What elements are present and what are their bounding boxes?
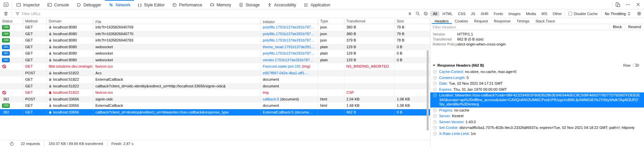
disable-cache-checkbox[interactable] [568, 12, 572, 15]
response-header-row[interactable]: ?Server: Kestrel [430, 113, 644, 119]
response-headers-section-header[interactable]: Response Headers (662 B) Raw [430, 62, 644, 68]
details-tab-cookies[interactable]: Cookies [452, 19, 471, 24]
close-devtools-button[interactable] [633, 0, 643, 9]
table-row[interactable]: GETlocalhost:51822callback?client_id=oid… [0, 83, 430, 90]
type-filter-media[interactable]: Media [523, 11, 538, 16]
column-header-type[interactable]: Type [318, 19, 344, 24]
type-filter-css[interactable]: CSS [456, 11, 468, 16]
devtools-menu-button[interactable] [623, 0, 633, 9]
table-row[interactable]: GET8bit-solutions-dev.onelogin.…favicon.… [0, 63, 430, 70]
table-row[interactable]: GETlocalhost:51822favicon.icoimgCSP [0, 89, 430, 96]
pause-recording-button[interactable] [406, 9, 414, 18]
clear-requests-button[interactable] [0, 9, 11, 18]
details-tab-timings[interactable]: Timings [514, 19, 532, 24]
table-row[interactable]: GETlocalhost:51822ExternalCallbackdocume… [0, 76, 430, 83]
header-help-icon[interactable]: ? [433, 114, 437, 118]
table-row[interactable]: 200GETlocalhost:8080info?t=1635826640783… [0, 37, 430, 44]
type-filter-images[interactable]: Images [506, 11, 523, 16]
network-settings-button[interactable] [634, 9, 644, 18]
header-help-icon[interactable]: ? [433, 82, 437, 85]
type-filter-other[interactable]: Other [550, 11, 564, 16]
header-help-icon[interactable]: ? [433, 126, 437, 130]
tab-inspector[interactable]: Inspector [12, 0, 43, 9]
column-header-domain[interactable]: Domain [47, 19, 93, 24]
type-filter-fonts[interactable]: Fonts [491, 11, 506, 16]
tab-debugger[interactable]: Debugger [73, 0, 105, 9]
response-header-row[interactable]: ?Expires: Thu, 01 Jan 1970 00:00:00 GMT [430, 87, 644, 93]
tab-console[interactable]: Console [43, 0, 73, 9]
table-row[interactable]: 200GETlocalhost:33656ExternalCallbackdoc… [0, 102, 430, 109]
domain-text: localhost:33656 [53, 96, 79, 103]
cell-file: websocket [93, 44, 261, 51]
request-list-scrollbar[interactable] [427, 50, 429, 131]
resend-button[interactable]: Resend [625, 24, 644, 30]
initiator-link[interactable]: polyfills.1791b137de281b787… [263, 38, 314, 42]
block-button[interactable]: Block [609, 24, 625, 30]
initiator-link[interactable]: theme_head.1791b137de281… [263, 45, 315, 49]
column-header-transferred[interactable]: Transferred [344, 19, 395, 24]
response-header-row[interactable]: ?X-Rate-Limit-Limit: 1m [430, 131, 644, 137]
table-row[interactable]: 101GETlocalhost:8080websocketvendor.1791… [0, 57, 430, 64]
type-filter-all[interactable]: All [431, 11, 439, 16]
details-tab-response[interactable]: Response [491, 19, 514, 24]
table-row[interactable]: 302GETlocalhost:33656callback?client_id=… [0, 109, 430, 116]
tab-performance[interactable]: Performance [168, 0, 206, 9]
response-header-row[interactable]: ?Cache-Control: no-store, no-cache, max-… [430, 69, 644, 75]
initiator-link[interactable]: vendor.1791b137de281b787… [263, 58, 313, 62]
initiator-link[interactable]: ExternalCallback:5 [263, 110, 294, 114]
table-row[interactable]: 101GETlocalhost:8080websocketpolyfills.1… [0, 50, 430, 57]
initiator-link[interactable]: polyfills.1791b137de281b787… [263, 32, 314, 36]
type-filter-js[interactable]: JS [469, 11, 478, 16]
tab-storage[interactable]: Storage [235, 0, 263, 9]
details-tab-request[interactable]: Request [471, 19, 491, 24]
column-header-method[interactable]: Method [23, 19, 47, 24]
column-header-status[interactable]: Status [0, 19, 23, 24]
header-help-icon[interactable]: ? [433, 76, 437, 80]
initiator-link[interactable]: callback:5 [263, 97, 279, 101]
initiator-link[interactable]: polyfills.1791b137de281b787… [263, 51, 314, 55]
details-tab-stack-trace[interactable]: Stack Trace [532, 19, 558, 24]
tab-accessibility[interactable]: Accessibility [263, 0, 300, 9]
table-row[interactable]: 302POSTlocalhost:33656signin-oidccallbac… [0, 96, 430, 103]
type-filter-xhr[interactable]: XHR [478, 11, 491, 16]
block-requests-button[interactable] [422, 9, 430, 18]
filter-urls-input[interactable] [22, 12, 163, 16]
tab-application[interactable]: Application [300, 0, 334, 9]
initiator-link[interactable]: FaviconLoader.jsm:191 [263, 64, 301, 68]
tab-memory[interactable]: Memory [206, 0, 235, 9]
response-header-row[interactable]: ?Location: bitwarden://sso-callback?code… [430, 92, 644, 107]
filter-headers-input[interactable] [430, 25, 609, 29]
column-header-file[interactable]: File [93, 19, 261, 24]
header-name: Expires: [439, 87, 453, 91]
table-row[interactable]: 200GETlocalhost:8080info?t=1635826640770… [0, 31, 430, 38]
disable-cache-control[interactable]: Disable Cache [565, 12, 601, 16]
table-row[interactable]: POSTlocalhost:51822Acse957f897-042e-4ba1… [0, 70, 430, 77]
response-header-row[interactable]: ?Pragma: no-cache [430, 107, 644, 114]
responsive-design-mode-button[interactable] [613, 0, 622, 9]
header-help-icon[interactable]: ? [433, 88, 437, 91]
throttling-select[interactable]: No Throttling [601, 12, 634, 16]
response-header-row[interactable]: ?Content-Length: 0 [430, 75, 644, 81]
initiator-link[interactable]: e957f897-042e-4ba1-aff1-… [263, 71, 309, 75]
pick-element-button[interactable] [0, 0, 12, 9]
header-help-icon[interactable]: ? [433, 93, 437, 97]
search-button[interactable] [414, 9, 422, 18]
type-filter-html[interactable]: HTML [440, 11, 455, 16]
tab-style-editor[interactable]: { } Style Editor [134, 0, 168, 9]
response-header-row[interactable]: ?Set-Cookie: idsrv=adf6cba1-7075-402b-9e… [430, 125, 644, 131]
header-help-icon[interactable]: ? [433, 70, 437, 74]
column-header-size[interactable]: Size [395, 19, 430, 24]
tab-network[interactable]: Network [105, 0, 134, 9]
response-header-row[interactable]: ?Server-Version: 1.43.0 [430, 119, 644, 125]
response-header-row[interactable]: ?Date: Tue, 02 Nov 2021 04:17:21 GMT [430, 81, 644, 87]
column-header-initiator[interactable]: Initiator [261, 19, 318, 24]
type-filter-ws[interactable]: WS [539, 11, 550, 16]
initiator-link[interactable]: polyfills.1791b137de281b787… [263, 25, 314, 29]
table-row[interactable]: 101GETlocalhost:8080websockettheme_head.… [0, 44, 430, 51]
header-help-icon[interactable]: ? [433, 132, 437, 136]
table-row[interactable]: 200GETlocalhost:8080info?t=1635826640769… [0, 24, 430, 31]
details-tab-headers[interactable]: Headers [432, 19, 452, 24]
header-help-icon[interactable]: ? [433, 108, 437, 112]
header-help-icon[interactable]: ? [433, 120, 437, 124]
raw-toggle[interactable] [633, 64, 639, 67]
